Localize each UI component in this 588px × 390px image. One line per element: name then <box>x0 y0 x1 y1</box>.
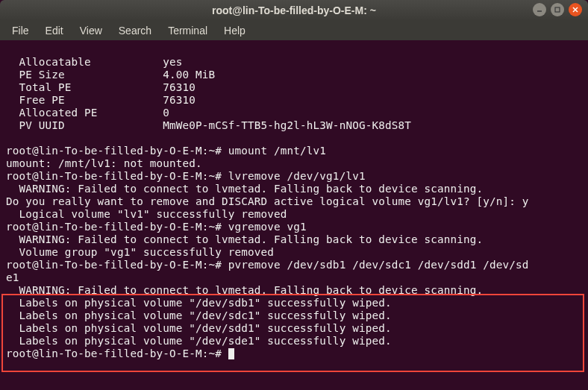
menu-help[interactable]: Help <box>216 23 253 38</box>
output-line: Logical volume "lv1" successfully remove… <box>6 208 287 220</box>
menu-terminal[interactable]: Terminal <box>160 23 215 38</box>
output-line: PV UUID MmWe0P-mCSf-TTB5-hg2l-hL3W-nNOG-… <box>6 119 411 131</box>
menu-edit[interactable]: Edit <box>38 23 71 38</box>
window-controls <box>533 3 582 16</box>
output-line: Volume group "vg1" successfully removed <box>6 246 274 258</box>
menu-view[interactable]: View <box>72 23 110 38</box>
output-line: e1 <box>6 271 19 283</box>
output-line <box>6 132 25 144</box>
output-line: Do you really want to remove and DISCARD… <box>6 195 529 207</box>
svg-rect-1 <box>555 7 560 12</box>
prompt-line: root@lin-To-be-filled-by-O-E-M:~# lvremo… <box>6 170 366 182</box>
output-line: Labels on physical volume "/dev/sdb1" su… <box>6 297 392 309</box>
minimize-button[interactable] <box>533 3 546 16</box>
output-line: PE Size 4.00 MiB <box>6 69 215 81</box>
menu-file[interactable]: File <box>4 23 37 38</box>
cursor-icon <box>228 348 234 359</box>
output-line: Labels on physical volume "/dev/sdc1" su… <box>6 309 392 321</box>
close-button[interactable] <box>569 3 582 16</box>
output-line: Total PE 76310 <box>6 81 196 93</box>
window-title: root@lin-To-be-filled-by-O-E-M: ~ <box>212 4 376 16</box>
output-line: Allocated PE 0 <box>6 107 169 119</box>
output-line: Allocatable yes <box>6 56 182 68</box>
terminal-area[interactable]: Allocatable yes PE Size 4.00 MiB Total P… <box>0 40 588 363</box>
menu-search[interactable]: Search <box>111 23 159 38</box>
titlebar[interactable]: root@lin-To-be-filled-by-O-E-M: ~ <box>0 0 588 21</box>
output-line: WARNING: Failed to connect to lvmetad. F… <box>6 233 483 245</box>
output-line: WARNING: Failed to connect to lvmetad. F… <box>6 284 483 296</box>
output-line: Labels on physical volume "/dev/sdd1" su… <box>6 322 392 334</box>
output-line: Free PE 76310 <box>6 94 196 106</box>
menubar: File Edit View Search Terminal Help <box>0 21 588 40</box>
output-line: Labels on physical volume "/dev/sde1" su… <box>6 335 392 347</box>
output-line: umount: /mnt/lv1: not mounted. <box>6 157 202 169</box>
maximize-button[interactable] <box>551 3 564 16</box>
output-line: WARNING: Failed to connect to lvmetad. F… <box>6 183 483 195</box>
prompt-line: root@lin-To-be-filled-by-O-E-M:~# <box>6 347 228 359</box>
prompt-line: root@lin-To-be-filled-by-O-E-M:~# vgremo… <box>6 221 307 233</box>
prompt-line: root@lin-To-be-filled-by-O-E-M:~# umount… <box>6 145 326 157</box>
prompt-line: root@lin-To-be-filled-by-O-E-M:~# pvremo… <box>6 259 529 271</box>
